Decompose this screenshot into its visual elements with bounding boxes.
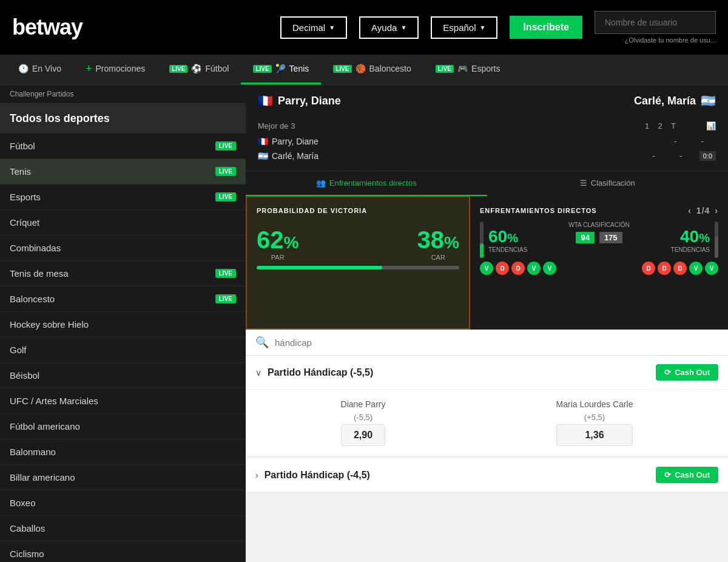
nav-baloncesto[interactable]: LIVE 🏀 Baloncesto [321,55,423,84]
sidebar: Challenger Partidos Todos los deportes F… [0,85,246,562]
sidebar-item-billar[interactable]: Billar americano [0,465,246,490]
ayuda-button[interactable]: Ayuda ▼ [359,16,419,39]
nav-futbol[interactable]: LIVE ⚽ Fútbol [157,55,241,84]
chevron-down-icon: ▼ [329,24,335,31]
sidebar-item-golf[interactable]: Golf [0,337,246,363]
probability-section: PROBABILIDAD DE VICTORIA 62% PAR 38% CAR [246,196,470,330]
live-badge: LIVE [215,141,236,151]
live-badge: LIVE [253,65,271,73]
direct-encounters-section: ENFRENTAMIENTOS DIRECTOS ‹ 1/4 › [470,196,728,330]
player2-flag: 🇦🇷 [701,93,716,108]
player2-rank: 175 [599,232,622,243]
sidebar-item-caballos[interactable]: Caballos [0,516,246,541]
live-badge: LIVE [215,269,236,278]
live-badge: LIVE [215,167,236,176]
search-icon: 🔍 [255,336,269,349]
prob-values: 62% PAR 38% CAR [257,226,459,261]
sidebar-item-combinadas[interactable]: Combinadas [0,235,246,261]
nav-tenis[interactable]: LIVE 🎾 Tenis [241,55,321,84]
main-layout: Challenger Partidos Todos los deportes F… [0,85,728,562]
tennis-icon: 🎾 [275,64,286,73]
player1-name: 🇫🇷 Parry, Diane [258,93,341,108]
users-icon: 👥 [316,178,326,188]
player1-rank: 94 [576,232,594,243]
cash-out-icon: ⟳ [664,368,671,377]
inscribete-button[interactable]: Inscríbete [510,16,582,39]
score-table: Mejor de 3 1 2 T 📊 🇫🇷 Parry, Diane - - 🇦… [246,117,728,171]
sidebar-item-futbol[interactable]: Fútbol LIVE [0,134,246,159]
sidebar-item-ufc[interactable]: UFC / Artes Marciales [0,388,246,414]
player1-flag: 🇫🇷 [258,93,273,108]
forgot-link[interactable]: ¿Olvidaste tu nombre de usu... [625,36,716,44]
nav-en-vivo[interactable]: 🕐 En Vivo [6,55,73,84]
score-row-player1: 🇫🇷 Parry, Diane - - [258,134,716,149]
chevron-right-icon: › [255,470,258,480]
sidebar-item-esports[interactable]: Esports LIVE [0,185,246,210]
logo: betway [12,15,83,40]
nav-esports[interactable]: LIVE 🎮 Esports [423,55,513,84]
sidebar-item-criquet[interactable]: Críquet [0,210,246,235]
espanol-button[interactable]: Español ▼ [431,16,497,39]
bet-option-diane[interactable]: Diane Parry (-5,5) 2,90 [341,399,386,446]
cash-out-button-1[interactable]: ⟳ Cash Out [656,364,718,381]
player1-results: V D D V V [480,262,556,275]
sidebar-item-balonmano[interactable]: Balonmano [0,439,246,465]
chevron-down-icon: ▼ [480,24,486,31]
sidebar-item-tenis[interactable]: Tenis LIVE [0,159,246,185]
cash-out-icon: ⟳ [664,470,671,479]
live-score: 0:0 [699,151,716,161]
player2-prob: 38% [417,226,459,254]
breadcrumb: Challenger Partidos [0,85,246,104]
search-input[interactable] [275,337,718,348]
player2-name: Carlé, María 🇦🇷 [634,93,716,108]
sidebar-item-beisbol[interactable]: Béisbol [0,363,246,388]
bet-option-maria[interactable]: Maria Lourdes Carle (+5,5) 1,36 [556,399,633,446]
search-bar: 🔍 [246,330,728,356]
plus-icon: + [86,63,92,75]
player1-trend: 60% [488,227,527,246]
username-input[interactable] [595,11,716,34]
tab-clasificacion[interactable]: ☰ Clasificación [487,171,729,196]
score-header: Mejor de 3 1 2 T 📊 [258,121,716,130]
sidebar-section-title: Todos los deportes [0,104,246,134]
sidebar-item-tenis-mesa[interactable]: Tenis de mesa LIVE [0,261,246,286]
live-badge: LIVE [215,294,236,303]
player2-trend: 40% [671,227,710,246]
nav-counter: 1/4 [696,206,710,215]
chevron-right-icon[interactable]: › [715,206,718,215]
chevron-left-icon[interactable]: ‹ [688,206,692,215]
direct-nav: ‹ 1/4 › [688,206,718,215]
player1-prob: 62% [257,226,298,254]
sidebar-item-baloncesto[interactable]: Baloncesto LIVE [0,286,246,312]
bet-group-handicap-5-5: ∨ Partido Hándicap (-5,5) ⟳ Cash Out Dia… [246,356,728,456]
soccer-icon: ⚽ [191,64,201,73]
prob-bar [257,266,459,269]
chevron-down-icon: ▼ [400,24,406,31]
bet-group-header-1[interactable]: ∨ Partido Hándicap (-5,5) ⟳ Cash Out [246,356,728,390]
sidebar-item-futbol-americano[interactable]: Fútbol americano [0,414,246,439]
bet-group-handicap-4-5: › Partido Hándicap (-4,5) ⟳ Cash Out [246,458,728,492]
clock-icon: 🕐 [18,64,29,73]
bet-options-1: Diane Parry (-5,5) 2,90 Maria Lourdes Ca… [246,390,728,456]
navigation: 🕐 En Vivo + Promociones LIVE ⚽ Fútbol LI… [0,55,728,85]
prob-bar-fill [257,266,382,269]
decimal-button[interactable]: Decimal ▼ [280,16,347,39]
stats-panel: PROBABILIDAD DE VICTORIA 62% PAR 38% CAR [246,196,728,330]
chevron-down-icon: ∨ [255,368,261,377]
match-tabs: 👥 Enfrentamientos directos ☰ Clasificaci… [246,171,728,196]
sidebar-item-hockey[interactable]: Hockey sobre Hielo [0,312,246,337]
header: betway Decimal ▼ Ayuda ▼ Español ▼ Inscr… [0,0,728,55]
player2-flag-small: 🇦🇷 [258,151,268,161]
cash-out-button-2[interactable]: ⟳ Cash Out [656,467,718,483]
live-badge: LIVE [169,65,187,73]
tab-enfrentamientos[interactable]: 👥 Enfrentamientos directos [246,171,487,196]
betting-section: 🔍 ∨ Partido Hándicap (-5,5) ⟳ Cash Out D… [246,330,728,492]
live-badge: LIVE [215,192,236,201]
content-area: 🇫🇷 Parry, Diane Carlé, María 🇦🇷 Mejor de… [246,85,728,562]
nav-promociones[interactable]: + Promociones [73,55,157,84]
bet-group-header-2[interactable]: › Partido Hándicap (-4,5) ⟳ Cash Out [246,458,728,492]
stats-icon: 📊 [706,121,716,130]
match-header: 🇫🇷 Parry, Diane Carlé, María 🇦🇷 [246,85,728,117]
sidebar-item-ciclismo[interactable]: Ciclismo [0,541,246,562]
sidebar-item-boxeo[interactable]: Boxeo [0,490,246,516]
